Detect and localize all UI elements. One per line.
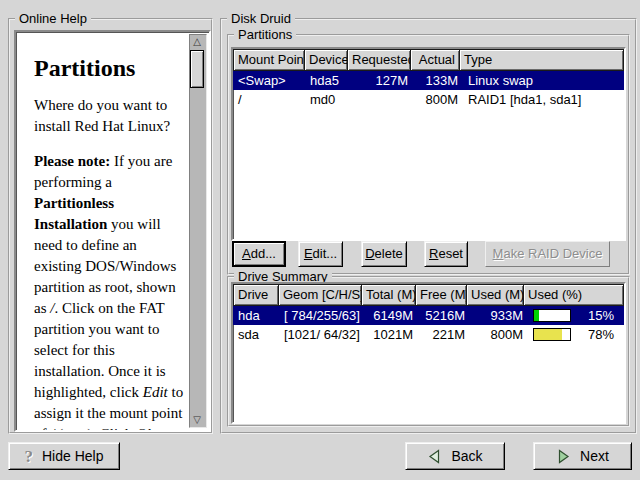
column-header-free[interactable]: Free (M) <box>415 284 467 306</box>
next-arrow-icon <box>556 449 571 464</box>
cell-used-pct: 15% <box>528 306 624 325</box>
back-label: Back <box>451 448 482 464</box>
help-body: Partitions Where do you want to install … <box>16 32 191 430</box>
cell-used-pct: 78% <box>528 325 624 344</box>
cell-used: 933M <box>470 306 528 325</box>
help-paragraph: Where do you want to install Red Hat Lin… <box>34 95 187 137</box>
partitions-frame: Partitions Mount Point Device Requested … <box>227 34 630 275</box>
delete-button[interactable]: Delete <box>361 241 407 267</box>
next-label: Next <box>580 448 609 464</box>
cell-mount-point: / <box>233 90 305 109</box>
next-button[interactable]: Next <box>533 442 632 470</box>
scroll-down-button[interactable]: ▽ <box>190 413 204 427</box>
drive-row[interactable]: hda [ 784/255/63] 6149M 5216M 933M 15% <box>233 306 624 325</box>
cell-total: 6149M <box>363 306 418 325</box>
cell-device: hda5 <box>305 71 349 90</box>
column-header-requested[interactable]: Requested <box>347 49 411 71</box>
usage-bar <box>533 309 571 322</box>
cell-type: Linux swap <box>463 71 624 90</box>
cell-geom: [1021/ 64/32] <box>279 325 363 344</box>
column-header-type[interactable]: Type <box>459 49 624 71</box>
help-paragraph: Please note: If you are performing a Par… <box>34 151 187 430</box>
column-header-mount-point[interactable]: Mount Point <box>233 49 305 71</box>
edit-button[interactable]: Edit... <box>298 241 343 267</box>
up-arrow-icon: △ <box>193 36 201 47</box>
column-header-drive[interactable]: Drive <box>233 284 279 306</box>
cell-drive: hda <box>233 306 279 325</box>
partitions-table: Mount Point Device Requested Actual Type… <box>231 47 626 241</box>
disk-druid-frame-label: Disk Druid <box>227 11 295 26</box>
usage-bar <box>533 328 571 341</box>
drive-row[interactable]: sda [1021/ 64/32] 1021M 221M 800M 78% <box>233 325 624 344</box>
drive-summary-table-header: Drive Geom [C/H/S] Total (M) Free (M) Us… <box>233 284 624 306</box>
cell-geom: [ 784/255/63] <box>279 306 363 325</box>
add-button[interactable]: Add... <box>232 241 286 267</box>
help-viewport: Partitions Where do you want to install … <box>14 30 211 432</box>
partition-row[interactable]: <Swap> hda5 127M 133M Linux swap <box>233 71 624 90</box>
cell-used: 800M <box>470 325 528 344</box>
down-arrow-icon: ▽ <box>193 414 201 425</box>
cell-free: 221M <box>418 325 470 344</box>
make-raid-device-button[interactable]: Make RAID Device <box>485 241 610 267</box>
cell-type: RAID1 [hda1, sda1] <box>463 90 624 109</box>
cell-actual: 800M <box>413 90 463 109</box>
partition-row[interactable]: / md0 800M RAID1 [hda1, sda1] <box>233 90 624 109</box>
installer-window: { "colors": { "window_bg": "#d6d6d6", "s… <box>0 0 640 480</box>
cell-total: 1021M <box>363 325 418 344</box>
column-header-used-pct[interactable]: Used (%) <box>523 284 624 306</box>
usage-pct-label: 15% <box>588 306 624 325</box>
scroll-up-button[interactable]: △ <box>190 35 204 49</box>
column-header-geom[interactable]: Geom [C/H/S] <box>278 284 362 306</box>
scrollbar-thumb[interactable] <box>190 50 204 88</box>
online-help-frame: Online Help Partitions Where do you want… <box>8 18 213 434</box>
usage-pct-label: 78% <box>588 325 624 344</box>
disk-druid-frame: Disk Druid Partitions Mount Point Device… <box>220 18 637 434</box>
cell-requested: 127M <box>349 71 413 90</box>
cell-actual: 133M <box>413 71 463 90</box>
help-title: Partitions <box>34 58 187 79</box>
hide-help-label: Hide Help <box>42 448 103 464</box>
cell-device: md0 <box>305 90 349 109</box>
usage-bar-fill <box>534 310 539 321</box>
cell-drive: sda <box>233 325 279 344</box>
cell-free: 5216M <box>418 306 470 325</box>
partitions-frame-label: Partitions <box>234 27 296 42</box>
cell-mount-point: <Swap> <box>233 71 305 90</box>
help-scrollbar[interactable]: △ ▽ <box>189 34 207 428</box>
drive-summary-frame: Drive Summary Drive Geom [C/H/S] Total (… <box>227 276 630 427</box>
online-help-frame-label: Online Help <box>15 11 91 26</box>
drive-summary-table: Drive Geom [C/H/S] Total (M) Free (M) Us… <box>231 282 626 424</box>
question-mark-icon: ? <box>25 448 34 465</box>
column-header-actual[interactable]: Actual <box>410 49 460 71</box>
reset-button[interactable]: Reset <box>424 241 468 267</box>
partitions-table-header: Mount Point Device Requested Actual Type <box>233 49 624 71</box>
column-header-total[interactable]: Total (M) <box>361 284 416 306</box>
back-arrow-icon <box>427 449 442 464</box>
column-header-device[interactable]: Device <box>304 49 348 71</box>
back-button[interactable]: Back <box>405 442 505 470</box>
hide-help-button[interactable]: ? Hide Help <box>8 442 120 470</box>
cell-requested <box>349 90 413 109</box>
usage-bar-fill <box>534 329 562 340</box>
column-header-used-m[interactable]: Used (M) <box>466 284 524 306</box>
